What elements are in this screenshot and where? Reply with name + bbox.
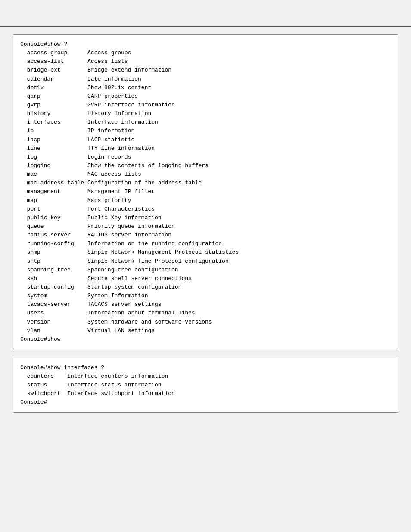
page-content: Console#show ? access-group Access group… <box>0 0 411 434</box>
top-border <box>0 26 411 27</box>
terminal-box-1: Console#show ? access-group Access group… <box>13 34 398 349</box>
terminal-1-text: Console#show ? access-group Access group… <box>20 40 391 344</box>
terminal-2-text: Console#show interfaces ? counters Inter… <box>20 364 391 407</box>
terminal-box-2: Console#show interfaces ? counters Inter… <box>13 358 398 413</box>
